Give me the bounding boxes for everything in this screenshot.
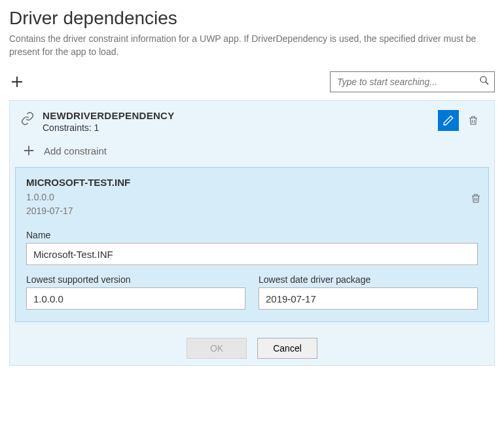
svg-line-1 — [486, 82, 488, 84]
add-constraint-button[interactable]: Add constraint — [10, 139, 494, 167]
plus-icon — [23, 145, 35, 156]
search-icon — [479, 75, 490, 88]
link-icon — [20, 111, 35, 128]
constraint-card: MICROSOFT-TEST.INF 1.0.0.0 2019-07-17 Na… — [15, 167, 489, 322]
constraint-date-meta: 2019-07-17 — [26, 204, 478, 218]
search-input[interactable] — [330, 71, 495, 92]
add-constraint-label: Add constraint — [44, 145, 107, 156]
constraint-version-meta: 1.0.0.0 — [26, 191, 478, 204]
dependency-title: NEWDRIVERDEPENDENCY — [43, 110, 430, 121]
constraint-title: MICROSOFT-TEST.INF — [26, 177, 478, 188]
trash-icon — [467, 115, 479, 126]
delete-dependency-button[interactable] — [463, 110, 484, 131]
name-label: Name — [26, 230, 478, 240]
version-label: Lowest supported version — [26, 274, 245, 285]
search-container — [330, 71, 495, 92]
page-title: Driver dependencies — [9, 8, 495, 29]
dependency-header: NEWDRIVERDEPENDENCY Constraints: 1 — [10, 101, 494, 139]
page-description: Contains the driver constraint informati… — [9, 33, 495, 58]
version-input[interactable] — [26, 287, 245, 310]
name-input[interactable] — [26, 243, 478, 265]
delete-constraint-button[interactable] — [470, 192, 482, 207]
date-label: Lowest date driver package — [259, 274, 478, 285]
plus-icon — [10, 75, 24, 88]
svg-point-0 — [480, 77, 486, 82]
ok-button[interactable]: OK — [187, 338, 247, 359]
dialog-buttons: OK Cancel — [10, 329, 494, 365]
edit-dependency-button[interactable] — [438, 110, 459, 131]
trash-icon — [470, 192, 482, 204]
date-input[interactable] — [259, 287, 478, 310]
cancel-button[interactable]: Cancel — [257, 338, 317, 359]
pencil-icon — [442, 115, 454, 126]
dependency-constraints-count: Constraints: 1 — [43, 122, 430, 133]
add-dependency-button[interactable] — [9, 74, 25, 90]
dependency-card: NEWDRIVERDEPENDENCY Constraints: 1 Add c… — [9, 100, 495, 366]
toolbar — [9, 71, 495, 92]
